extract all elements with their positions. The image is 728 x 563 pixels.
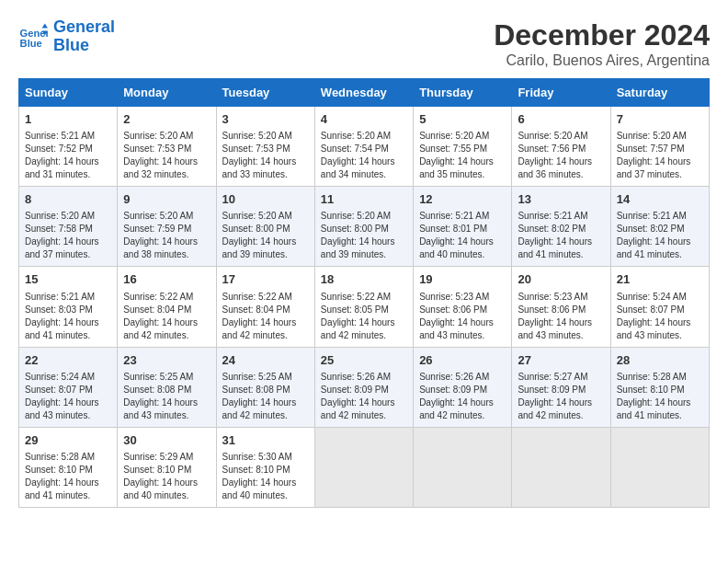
calendar-cell: 22Sunrise: 5:24 AM Sunset: 8:07 PM Dayli… [19, 347, 118, 427]
day-number: 19 [419, 271, 506, 288]
day-info: Sunrise: 5:29 AM Sunset: 8:10 PM Dayligh… [123, 451, 210, 502]
day-number: 12 [419, 191, 506, 208]
calendar-week-4: 22Sunrise: 5:24 AM Sunset: 8:07 PM Dayli… [19, 347, 710, 427]
header-sunday: Sunday [19, 79, 118, 107]
header-monday: Monday [118, 79, 216, 107]
header: General Blue General Blue December 2024 … [18, 18, 710, 69]
header-row: SundayMondayTuesdayWednesdayThursdayFrid… [19, 79, 710, 107]
calendar-cell: 2Sunrise: 5:20 AM Sunset: 7:53 PM Daylig… [118, 107, 216, 187]
day-number: 29 [25, 432, 111, 449]
day-number: 6 [518, 111, 604, 128]
calendar-cell: 18Sunrise: 5:22 AM Sunset: 8:05 PM Dayli… [314, 267, 413, 347]
calendar-cell: 3Sunrise: 5:20 AM Sunset: 7:53 PM Daylig… [216, 107, 314, 187]
calendar-cell: 15Sunrise: 5:21 AM Sunset: 8:03 PM Dayli… [19, 267, 118, 347]
subtitle: Carilo, Buenos Aires, Argentina [494, 52, 710, 69]
day-number: 30 [123, 432, 210, 449]
day-number: 18 [321, 271, 407, 288]
calendar-cell: 23Sunrise: 5:25 AM Sunset: 8:08 PM Dayli… [118, 347, 216, 427]
day-number: 26 [419, 352, 506, 369]
day-info: Sunrise: 5:25 AM Sunset: 8:08 PM Dayligh… [123, 371, 210, 422]
day-info: Sunrise: 5:28 AM Sunset: 8:10 PM Dayligh… [25, 451, 111, 502]
calendar-cell [314, 427, 413, 507]
day-number: 11 [321, 191, 407, 208]
day-number: 16 [123, 271, 210, 288]
day-info: Sunrise: 5:21 AM Sunset: 7:52 PM Dayligh… [25, 130, 111, 181]
day-info: Sunrise: 5:22 AM Sunset: 8:04 PM Dayligh… [123, 291, 210, 342]
calendar-cell: 31Sunrise: 5:30 AM Sunset: 8:10 PM Dayli… [216, 427, 314, 507]
day-number: 20 [518, 271, 604, 288]
logo-icon: General Blue [18, 22, 48, 52]
header-saturday: Saturday [610, 79, 709, 107]
header-wednesday: Wednesday [314, 79, 413, 107]
day-number: 9 [123, 191, 210, 208]
day-number: 24 [222, 352, 309, 369]
calendar-cell: 7Sunrise: 5:20 AM Sunset: 7:57 PM Daylig… [610, 107, 709, 187]
day-info: Sunrise: 5:21 AM Sunset: 8:03 PM Dayligh… [25, 291, 111, 342]
calendar-week-1: 1Sunrise: 5:21 AM Sunset: 7:52 PM Daylig… [19, 107, 710, 187]
day-number: 5 [419, 111, 506, 128]
day-number: 27 [518, 352, 604, 369]
day-number: 10 [222, 191, 309, 208]
day-info: Sunrise: 5:25 AM Sunset: 8:08 PM Dayligh… [222, 371, 309, 422]
calendar-cell: 29Sunrise: 5:28 AM Sunset: 8:10 PM Dayli… [19, 427, 118, 507]
calendar-week-2: 8Sunrise: 5:20 AM Sunset: 7:58 PM Daylig… [19, 187, 710, 267]
day-info: Sunrise: 5:20 AM Sunset: 7:59 PM Dayligh… [123, 210, 210, 261]
day-number: 17 [222, 271, 309, 288]
calendar-cell: 11Sunrise: 5:20 AM Sunset: 8:00 PM Dayli… [314, 187, 413, 267]
day-info: Sunrise: 5:26 AM Sunset: 8:09 PM Dayligh… [321, 371, 407, 422]
day-number: 3 [222, 111, 309, 128]
calendar-cell: 6Sunrise: 5:20 AM Sunset: 7:56 PM Daylig… [512, 107, 610, 187]
day-info: Sunrise: 5:20 AM Sunset: 7:53 PM Dayligh… [222, 130, 309, 181]
header-tuesday: Tuesday [216, 79, 314, 107]
calendar-week-5: 29Sunrise: 5:28 AM Sunset: 8:10 PM Dayli… [19, 427, 710, 507]
day-info: Sunrise: 5:20 AM Sunset: 7:57 PM Dayligh… [617, 130, 703, 181]
calendar-cell [414, 427, 512, 507]
day-info: Sunrise: 5:30 AM Sunset: 8:10 PM Dayligh… [222, 451, 309, 502]
day-number: 1 [25, 111, 111, 128]
calendar-cell [512, 427, 610, 507]
calendar-cell: 16Sunrise: 5:22 AM Sunset: 8:04 PM Dayli… [118, 267, 216, 347]
header-friday: Friday [512, 79, 610, 107]
logo: General Blue General Blue [18, 18, 115, 55]
calendar-cell: 9Sunrise: 5:20 AM Sunset: 7:59 PM Daylig… [118, 187, 216, 267]
day-info: Sunrise: 5:27 AM Sunset: 8:09 PM Dayligh… [518, 371, 604, 422]
day-number: 8 [25, 191, 111, 208]
calendar-cell: 14Sunrise: 5:21 AM Sunset: 8:02 PM Dayli… [610, 187, 709, 267]
day-number: 21 [617, 271, 703, 288]
calendar-cell: 1Sunrise: 5:21 AM Sunset: 7:52 PM Daylig… [19, 107, 118, 187]
day-info: Sunrise: 5:21 AM Sunset: 8:01 PM Dayligh… [419, 210, 506, 261]
day-info: Sunrise: 5:22 AM Sunset: 8:04 PM Dayligh… [222, 291, 309, 342]
day-number: 15 [25, 271, 111, 288]
day-info: Sunrise: 5:21 AM Sunset: 8:02 PM Dayligh… [617, 210, 703, 261]
calendar-week-3: 15Sunrise: 5:21 AM Sunset: 8:03 PM Dayli… [19, 267, 710, 347]
calendar-table: SundayMondayTuesdayWednesdayThursdayFrid… [18, 78, 710, 508]
day-info: Sunrise: 5:20 AM Sunset: 7:53 PM Dayligh… [123, 130, 210, 181]
calendar-cell: 5Sunrise: 5:20 AM Sunset: 7:55 PM Daylig… [414, 107, 512, 187]
day-number: 7 [617, 111, 703, 128]
day-info: Sunrise: 5:20 AM Sunset: 8:00 PM Dayligh… [321, 210, 407, 261]
calendar-cell: 17Sunrise: 5:22 AM Sunset: 8:04 PM Dayli… [216, 267, 314, 347]
day-info: Sunrise: 5:20 AM Sunset: 7:55 PM Dayligh… [419, 130, 506, 181]
calendar-cell: 27Sunrise: 5:27 AM Sunset: 8:09 PM Dayli… [512, 347, 610, 427]
calendar-cell: 10Sunrise: 5:20 AM Sunset: 8:00 PM Dayli… [216, 187, 314, 267]
calendar-cell: 25Sunrise: 5:26 AM Sunset: 8:09 PM Dayli… [314, 347, 413, 427]
svg-text:Blue: Blue [20, 38, 42, 49]
calendar-cell: 8Sunrise: 5:20 AM Sunset: 7:58 PM Daylig… [19, 187, 118, 267]
calendar-cell: 28Sunrise: 5:28 AM Sunset: 8:10 PM Dayli… [610, 347, 709, 427]
day-number: 13 [518, 191, 604, 208]
main-title: December 2024 [494, 18, 710, 52]
day-info: Sunrise: 5:28 AM Sunset: 8:10 PM Dayligh… [617, 371, 703, 422]
calendar-cell: 26Sunrise: 5:26 AM Sunset: 8:09 PM Dayli… [414, 347, 512, 427]
day-info: Sunrise: 5:20 AM Sunset: 7:58 PM Dayligh… [25, 210, 111, 261]
calendar-cell [610, 427, 709, 507]
calendar-cell: 21Sunrise: 5:24 AM Sunset: 8:07 PM Dayli… [610, 267, 709, 347]
header-thursday: Thursday [414, 79, 512, 107]
calendar-cell: 30Sunrise: 5:29 AM Sunset: 8:10 PM Dayli… [118, 427, 216, 507]
calendar-cell: 19Sunrise: 5:23 AM Sunset: 8:06 PM Dayli… [414, 267, 512, 347]
day-info: Sunrise: 5:23 AM Sunset: 8:06 PM Dayligh… [518, 291, 604, 342]
calendar-cell: 24Sunrise: 5:25 AM Sunset: 8:08 PM Dayli… [216, 347, 314, 427]
day-info: Sunrise: 5:21 AM Sunset: 8:02 PM Dayligh… [518, 210, 604, 261]
day-number: 31 [222, 432, 309, 449]
day-number: 2 [123, 111, 210, 128]
day-number: 28 [617, 352, 703, 369]
